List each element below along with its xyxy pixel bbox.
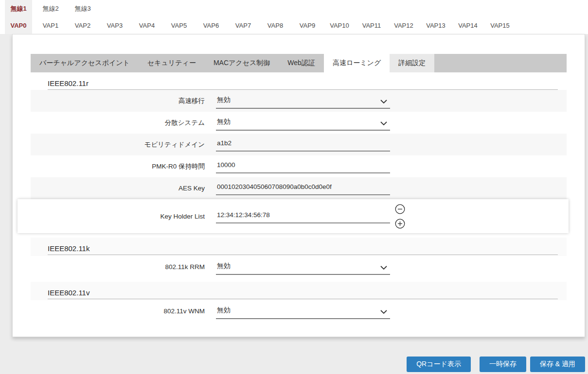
field-label: 分散システム [31,119,205,127]
field-label: 802.11k RRM [31,263,205,271]
vap-tab-6[interactable]: VAP6 [197,17,225,34]
section-title: IEEE802.11v [48,289,558,299]
section-header-11v: IEEE802.11v [31,282,567,300]
field-label: 高速移行 [31,97,205,105]
vap-tab-14[interactable]: VAP14 [454,17,481,34]
aes-key-input[interactable] [216,181,390,195]
vap-tab-13[interactable]: VAP13 [422,17,449,34]
section-header-11r: IEEE802.11r [31,72,567,90]
section-title: IEEE802.11r [48,79,558,90]
80211v-wnm-select[interactable]: 無効 [216,304,390,319]
vap-tab-15[interactable]: VAP15 [486,17,514,34]
tab-web-auth[interactable]: Web認証 [279,54,324,72]
qr-code-button[interactable]: QRコード表示 [407,357,471,372]
row-pmk-r0-lifetime: PMK-R0 保持時間 [31,155,567,177]
vap-tab-5[interactable]: VAP5 [165,17,193,34]
top-bar: 無線1 無線2 無線3 VAP0 VAP1 VAP2 VAP3 VAP4 VAP… [0,0,588,34]
pmk-r0-lifetime-input[interactable] [216,159,390,173]
plus-circle-icon [395,223,405,230]
minus-circle-icon [395,208,405,216]
chevron-down-icon [380,100,387,103]
tab-advanced-settings[interactable]: 詳細設定 [390,54,434,72]
row-80211v-wnm: 802.11v WNM 無効 [31,300,567,322]
vap-tab-3[interactable]: VAP3 [101,17,128,34]
row-key-holder-list: Key Holder List [18,199,569,233]
radio-tab-musen2[interactable]: 無線2 [37,0,64,17]
radio-tab-row: 無線1 無線2 無線3 [5,0,588,17]
chevron-down-icon [380,121,387,125]
row-80211k-rrm: 802.11k RRM 無効 [31,256,567,278]
field-label: PMK-R0 保持時間 [31,162,205,171]
field-label: 802.11v WNM [31,307,205,315]
select-value: 無効 [216,306,232,318]
distributed-system-select[interactable]: 無効 [216,115,390,131]
vap-tab-1[interactable]: VAP1 [37,17,64,34]
add-key-holder-button[interactable] [395,219,405,229]
remove-key-holder-button[interactable] [395,204,405,214]
row-distributed-system: 分散システム 無効 [31,112,567,134]
row-fast-transition: 高速移行 無効 [31,90,567,112]
vap-tab-10[interactable]: VAP10 [326,17,353,34]
save-apply-button[interactable]: 保存 & 適用 [530,357,585,372]
field-label: Key Holder List [31,213,205,220]
field-label: モビリティドメイン [31,140,205,149]
section-header-11k: IEEE802.11k [31,238,567,256]
vap-tab-row: VAP0 VAP1 VAP2 VAP3 VAP4 VAP5 VAP6 VAP7 … [5,17,588,34]
80211k-rrm-select[interactable]: 無効 [216,259,390,275]
vap-tab-11[interactable]: VAP11 [358,17,385,34]
select-value: 無効 [216,262,232,274]
panel-tab-bar: バーチャルアクセスポイント セキュリティー MACアクセス制御 Web認証 高速… [31,54,567,72]
temp-save-button[interactable]: 一時保存 [480,357,526,372]
chevron-down-icon [380,266,387,270]
tab-virtual-access-point[interactable]: バーチャルアクセスポイント [31,54,139,72]
vap-tab-2[interactable]: VAP2 [69,17,96,34]
vap-tab-8[interactable]: VAP8 [262,17,289,34]
radio-tab-musen3[interactable]: 無線3 [69,0,96,17]
vap-tab-7[interactable]: VAP7 [230,17,257,34]
section-title: IEEE802.11k [48,244,558,255]
fast-transition-select[interactable]: 無効 [216,93,390,109]
radio-tab-musen1[interactable]: 無線1 [5,0,32,17]
vap-tab-0[interactable]: VAP0 [5,17,32,34]
chevron-down-icon [380,310,387,314]
settings-panel: バーチャルアクセスポイント セキュリティー MACアクセス制御 Web認証 高速… [12,34,585,337]
vap-tab-9[interactable]: VAP9 [294,17,321,34]
select-value: 無効 [216,96,232,108]
footer-action-bar: QRコード表示 一時保存 保存 & 適用 [0,337,588,372]
row-aes-key: AES Key [31,177,567,199]
vap-tab-4[interactable]: VAP4 [133,17,160,34]
tab-mac-access-control[interactable]: MACアクセス制御 [205,54,279,72]
row-mobility-domain: モビリティドメイン [31,134,567,155]
field-label: AES Key [31,185,205,192]
tab-fast-roaming[interactable]: 高速ローミング [324,54,390,72]
tab-security[interactable]: セキュリティー [139,54,205,72]
mobility-domain-input[interactable] [216,137,390,152]
key-holder-list-input[interactable] [216,209,390,223]
vap-tab-12[interactable]: VAP12 [390,17,417,34]
select-value: 無効 [216,118,232,130]
